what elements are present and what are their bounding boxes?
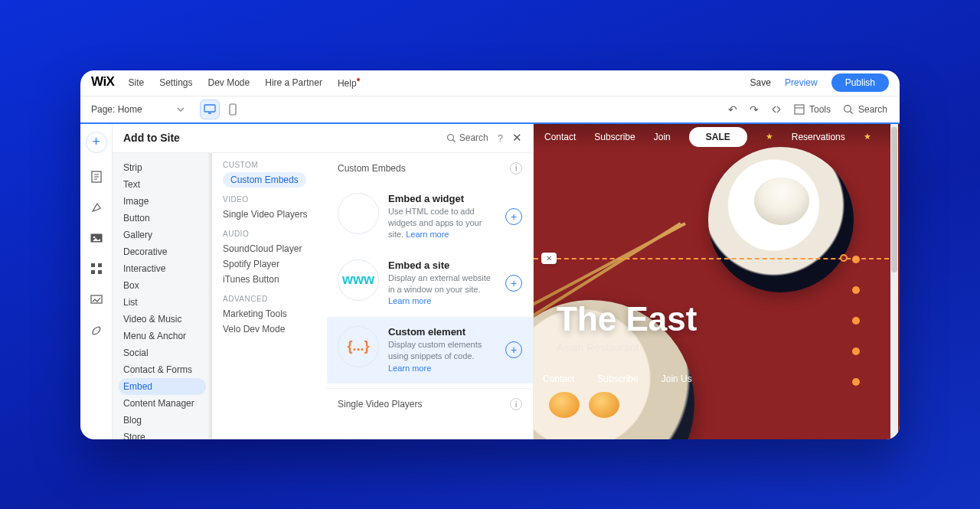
svg-rect-7 (91, 263, 95, 267)
save-link[interactable]: Save (750, 77, 771, 88)
tools-icon (794, 104, 805, 115)
subcat-head: AUDIO (223, 230, 316, 238)
editor-resize-handle[interactable] (840, 254, 848, 262)
category-contact-forms[interactable]: Contact & Forms (113, 361, 212, 378)
mobile-view-button[interactable] (223, 100, 243, 119)
zoom-out-button[interactable] (771, 104, 782, 115)
editor-anchor-dot[interactable] (852, 347, 860, 355)
hero-image-egg (549, 392, 580, 418)
category-interactive[interactable]: Interactive (113, 260, 212, 277)
info-icon[interactable]: i (510, 398, 522, 410)
panel-subcategory-list: CUSTOMCustom EmbedsVIDEOSingle Video Pla… (212, 153, 327, 439)
add-embed-button[interactable]: + (505, 208, 522, 225)
editor-anchor-dot[interactable] (852, 256, 860, 263)
publish-button[interactable]: Publish (831, 73, 889, 92)
site-nav-subscribe[interactable]: Subscribe (594, 132, 635, 142)
learn-more-link[interactable]: Learn more (388, 296, 431, 305)
subcat-item[interactable]: iTunes Button (223, 272, 316, 287)
category-image[interactable]: Image (113, 193, 212, 210)
subcat-item[interactable]: Velo Dev Mode (223, 321, 316, 337)
embed-card-title: Embed a widget (388, 193, 496, 204)
category-store[interactable]: Store (113, 429, 212, 439)
embed-card[interactable]: {...}Custom elementDisplay custom elemen… (327, 317, 533, 383)
embed-card[interactable]: Embed a widgetUse HTML code to add widge… (327, 184, 533, 250)
site-top-nav: Contact Subscribe Join SALE ★ Reservatio… (534, 124, 900, 150)
rail-image-icon[interactable] (90, 292, 103, 306)
learn-more-link[interactable]: Learn more (388, 364, 431, 373)
editor-guide-line[interactable] (534, 258, 889, 259)
site-nav-join[interactable]: Join (654, 132, 671, 142)
embed-card[interactable]: wwwEmbed a siteDisplay an external websi… (327, 250, 533, 317)
search-editor[interactable]: Search (843, 104, 887, 115)
category-strip[interactable]: Strip (113, 159, 212, 176)
category-box[interactable]: Box (113, 277, 212, 294)
site-nav-reservations[interactable]: Reservations (792, 132, 845, 142)
hero-subtitle[interactable]: Asian Restaurant (557, 341, 639, 354)
hero-title[interactable]: The East (557, 300, 697, 338)
rail-apps-icon[interactable] (90, 262, 103, 276)
learn-more-link[interactable]: Learn more (406, 230, 449, 239)
panel-header: Add to Site Search ? ✕ (113, 124, 533, 153)
editor-anchor-dot[interactable] (852, 317, 860, 325)
rail-blog-icon[interactable] (90, 323, 103, 337)
category-decorative[interactable]: Decorative (113, 243, 212, 260)
tools-label: Tools (809, 104, 831, 115)
menu-site[interactable]: Site (128, 77, 144, 88)
category-button[interactable]: Button (113, 210, 212, 227)
category-video-music[interactable]: Video & Music (113, 311, 212, 328)
tools-menu[interactable]: Tools (794, 104, 831, 115)
category-embed[interactable]: Embed (119, 378, 206, 395)
category-gallery[interactable]: Gallery (113, 227, 212, 243)
mobile-icon (229, 103, 237, 116)
menu-help[interactable]: Help• (338, 77, 361, 89)
add-embed-button[interactable]: + (505, 341, 522, 358)
subnav-subscribe[interactable]: Subscribe (597, 374, 638, 384)
subcat-item[interactable]: Marketing Tools (223, 306, 316, 321)
site-nav-contact[interactable]: Contact (544, 132, 576, 142)
section-close-tag[interactable]: ✕ (541, 253, 557, 264)
subcat-item[interactable]: SoundCloud Player (223, 241, 316, 256)
menu-dev-mode[interactable]: Dev Mode (208, 77, 250, 88)
editor-anchor-dot[interactable] (852, 286, 860, 294)
canvas-scrollbar[interactable] (890, 124, 898, 439)
subnav-join[interactable]: Join Us (662, 374, 692, 384)
category-list[interactable]: List (113, 294, 212, 311)
add-embed-button[interactable]: + (505, 275, 522, 292)
page-selector[interactable]: Page: Home (80, 104, 195, 115)
category-social[interactable]: Social (113, 344, 212, 361)
menu-hire-partner[interactable]: Hire a Partner (265, 77, 322, 88)
subnav-contact[interactable]: Contact (543, 374, 574, 384)
panel-help-button[interactable]: ? (498, 132, 503, 144)
scrollbar-thumb[interactable] (891, 127, 897, 272)
menu-settings[interactable]: Settings (159, 77, 192, 88)
subcat-item[interactable]: Custom Embeds (223, 172, 306, 188)
info-icon[interactable]: i (510, 162, 522, 175)
site-nav-sale-button[interactable]: SALE (689, 127, 747, 147)
editor-canvas[interactable]: Contact Subscribe Join SALE ★ Reservatio… (534, 124, 900, 439)
redo-button[interactable]: ↷ (750, 103, 759, 116)
category-blog[interactable]: Blog (113, 412, 212, 429)
svg-point-12 (447, 134, 453, 140)
wix-logo: WiX (91, 75, 114, 90)
panel-next-section-title: Single Video Players (338, 399, 423, 409)
rail-media-icon[interactable] (90, 231, 103, 245)
panel-close-button[interactable]: ✕ (512, 131, 522, 145)
desktop-view-button[interactable] (200, 100, 220, 119)
embed-card-desc: Display an external website in a window … (388, 272, 496, 308)
undo-button[interactable]: ↶ (728, 103, 737, 116)
category-content-manager[interactable]: Content Manager (113, 395, 212, 412)
category-menu-anchor[interactable]: Menu & Anchor (113, 328, 212, 344)
embed-card-icon: {...} (338, 326, 379, 367)
panel-search[interactable]: Search (446, 132, 488, 143)
subcat-item[interactable]: Single Video Players (223, 207, 316, 222)
embed-card-title: Embed a site (388, 259, 496, 271)
editor-anchor-dot[interactable] (852, 378, 860, 386)
subcat-item[interactable]: Spotify Player (223, 256, 316, 272)
panel-section-title: Custom Embeds (338, 163, 406, 174)
category-text[interactable]: Text (113, 176, 212, 193)
preview-link[interactable]: Preview (785, 77, 818, 88)
rail-pages-icon[interactable] (90, 170, 103, 184)
panel-category-list[interactable]: StripTextImageButtonGalleryDecorativeInt… (113, 153, 212, 439)
rail-design-icon[interactable] (90, 201, 103, 214)
add-element-button[interactable]: + (86, 132, 107, 153)
